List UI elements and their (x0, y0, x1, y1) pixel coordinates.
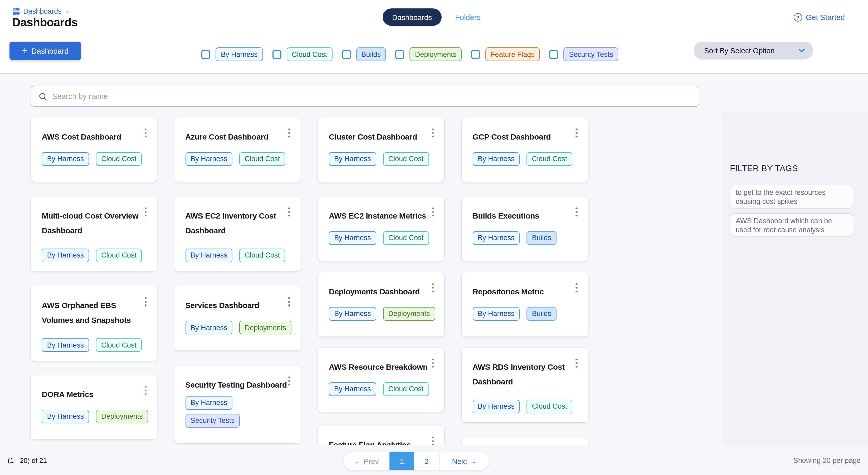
dashboard-card[interactable]: DORA MetricsBy HarnessDeployments (31, 375, 157, 439)
tag-filter-group: By HarnessCloud CostBuildsDeploymentsFea… (201, 35, 618, 73)
filter-feature-flags[interactable]: Feature Flags (471, 47, 540, 61)
dashboard-card[interactable]: Repositories MetricBy HarnessBuilds (461, 272, 588, 336)
card-title: Security Testing Dashboard (185, 377, 291, 392)
search-input[interactable] (52, 92, 699, 101)
page-button-2[interactable]: 2 (414, 452, 439, 470)
kebab-menu-icon[interactable] (144, 206, 148, 218)
new-dashboard-label: Dashboard (31, 46, 69, 55)
card-tags: By HarnessCloud Cost (329, 382, 429, 396)
kebab-menu-icon[interactable] (575, 357, 579, 369)
tag-cloud-cost: Cloud Cost (383, 382, 429, 396)
kebab-menu-icon[interactable] (144, 127, 148, 138)
dashboard-card[interactable]: AWS EC2 Inventory Cost DashboardBy Harne… (174, 196, 301, 271)
dashboard-card[interactable]: Security Testing DashboardBy HarnessSecu… (174, 365, 301, 443)
card-title: Services Dashboard (185, 298, 291, 313)
get-started-link[interactable]: ? Get Started (794, 13, 845, 22)
tag-cloud-cost: Cloud Cost (96, 248, 142, 262)
dashboard-card[interactable]: Builds ExecutionsBy HarnessBuilds (461, 196, 588, 261)
chevron-right-icon: › (66, 7, 69, 15)
prev-page-button[interactable]: ← Prev (344, 452, 390, 470)
dashboard-card[interactable]: AWS Resource BreakdownBy HarnessCloud Co… (318, 347, 444, 412)
dashboard-card[interactable]: AWS RDS Inventory Cost DashboardBy Harne… (461, 347, 588, 422)
dashboard-card[interactable]: Feature Flag Analytics (318, 425, 444, 445)
dashboard-card[interactable]: Multi-cloud Cost Overview DashboardBy Ha… (31, 196, 157, 271)
sidebar-tag[interactable]: to get to the exact resources causing co… (730, 185, 853, 208)
tag-feature-flags[interactable]: Feature Flags (485, 47, 540, 61)
card-title: Repositories Metric (472, 284, 578, 299)
kebab-menu-icon[interactable] (431, 127, 435, 138)
kebab-menu-icon[interactable] (287, 127, 291, 138)
plus-icon: + (22, 45, 28, 55)
kebab-menu-icon[interactable] (431, 357, 435, 369)
tag-builds[interactable]: Builds (356, 47, 386, 61)
checkbox[interactable] (201, 50, 210, 59)
dashboard-card[interactable]: AWS Cost DashboardBy HarnessCloud Cost (31, 117, 157, 181)
filter-by-harness[interactable]: By Harness (201, 47, 263, 61)
filter-builds[interactable]: Builds (342, 47, 386, 61)
tag-by-harness: By Harness (185, 396, 233, 409)
search-bar[interactable] (31, 86, 700, 107)
tag-cloud-cost[interactable]: Cloud Cost (287, 47, 333, 61)
checkbox[interactable] (550, 50, 558, 59)
checkbox[interactable] (471, 50, 480, 59)
kebab-menu-icon[interactable] (575, 206, 579, 218)
dashboard-card[interactable]: Azure Cost DashboardBy HarnessCloud Cost (174, 117, 301, 181)
kebab-menu-icon[interactable] (287, 375, 291, 386)
checkbox[interactable] (273, 50, 281, 59)
checkbox[interactable] (342, 50, 351, 59)
dashboard-card[interactable] (461, 438, 588, 445)
tag-cloud-cost: Cloud Cost (527, 152, 572, 166)
dashboard-card[interactable]: Deployments DashboardBy HarnessDeploymen… (318, 272, 444, 336)
tab-bar: Dashboards Folders (383, 8, 480, 26)
per-page-label: Showing 20 per page (794, 456, 861, 465)
checkbox[interactable] (396, 50, 404, 59)
dashboard-card[interactable]: AWS EC2 Instance MetricsBy HarnessCloud … (318, 196, 444, 261)
breadcrumb[interactable]: Dashboards › (13, 7, 69, 15)
kebab-menu-icon[interactable] (431, 435, 435, 445)
kebab-menu-icon[interactable] (144, 385, 148, 396)
breadcrumb-dashboards-link[interactable]: Dashboards (23, 7, 62, 15)
filter-deployments[interactable]: Deployments (396, 47, 462, 61)
tag-by-harness: By Harness (472, 307, 520, 320)
card-tags: By HarnessCloud Cost (329, 152, 429, 166)
tab-folders[interactable]: Folders (455, 13, 480, 21)
help-icon: ? (794, 13, 802, 22)
tag-builds: Builds (527, 231, 557, 245)
kebab-menu-icon[interactable] (431, 282, 435, 293)
kebab-menu-icon[interactable] (575, 127, 579, 138)
dashboard-card[interactable]: GCP Cost DashboardBy HarnessCloud Cost (461, 117, 588, 181)
card-tags: By HarnessCloud Cost (472, 400, 572, 413)
cards-grid: AWS Cost DashboardBy HarnessCloud CostMu… (0, 74, 721, 445)
dashboard-card[interactable]: Services DashboardBy HarnessDeployments (174, 286, 301, 350)
kebab-menu-icon[interactable] (144, 296, 148, 307)
filter-security-tests[interactable]: Security Tests (550, 47, 618, 61)
new-dashboard-button[interactable]: + Dashboard (9, 42, 81, 60)
card-title: AWS Orphaned EBS Volumes and Snapshots (42, 298, 147, 328)
sort-by-dropdown[interactable]: Sort By Select Option (693, 42, 813, 60)
tab-dashboards[interactable]: Dashboards (383, 8, 441, 26)
dashboard-card[interactable]: Cluster Cost DashboardBy HarnessCloud Co… (318, 117, 444, 181)
page-title: Dashboards (12, 16, 78, 30)
tag-cloud-cost: Cloud Cost (383, 152, 429, 166)
dashboard-card[interactable]: AWS Orphaned EBS Volumes and SnapshotsBy… (31, 286, 157, 361)
next-page-button[interactable]: Next → (439, 452, 489, 470)
tag-security-tests[interactable]: Security Tests (564, 47, 618, 61)
pagination: ← Prev 12 Next → (344, 452, 489, 470)
card-title: Builds Executions (472, 208, 578, 223)
card-title: Multi-cloud Cost Overview Dashboard (42, 208, 147, 238)
tag-by-harness: By Harness (472, 231, 520, 245)
chevron-down-icon (799, 48, 805, 53)
page-button-1[interactable]: 1 (390, 452, 414, 470)
tag-cloud-cost: Cloud Cost (383, 231, 429, 245)
kebab-menu-icon[interactable] (287, 206, 291, 218)
kebab-menu-icon[interactable] (287, 296, 291, 307)
tag-by-harness[interactable]: By Harness (216, 47, 263, 61)
sidebar-tag[interactable]: AWS Dashboard which can be used for root… (730, 213, 853, 237)
kebab-menu-icon[interactable] (431, 206, 435, 218)
tag-deployments[interactable]: Deployments (410, 47, 462, 61)
filter-cloud-cost[interactable]: Cloud Cost (273, 47, 333, 61)
main-content: AWS Cost DashboardBy HarnessCloud CostMu… (0, 74, 868, 475)
tag-by-harness: By Harness (472, 400, 520, 413)
kebab-menu-icon[interactable] (575, 282, 579, 293)
tag-by-harness: By Harness (42, 409, 89, 423)
